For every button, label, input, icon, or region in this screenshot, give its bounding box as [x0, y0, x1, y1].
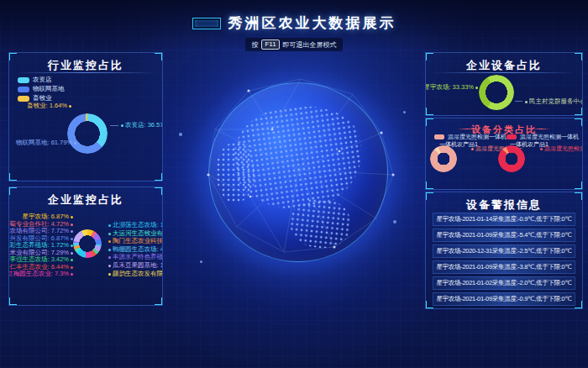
chart-label-text: 家庭农场有限公司: 7.72% — [8, 227, 69, 234]
panel-enterprise-monitor-ratio: 企业监控占比 星宇农场: 6.87% 彩丽葡萄专业合作社: 4.72% 家庭农场… — [8, 187, 163, 306]
leader-dot — [475, 87, 478, 89]
leader-dot — [71, 238, 73, 240]
panel-title: 设备警报信息 — [426, 197, 582, 213]
chart-callout: 温湿度光照检测一 — [538, 145, 583, 153]
chart-label: 陶门生态农业科技有限公 — [107, 238, 163, 244]
title-divider — [433, 72, 575, 73]
panel-title: 企业监控占比 — [9, 192, 162, 208]
alarm-row: 星宇农场-2021-01-14采集温度:-0.9℃,低于下限:0℃ — [433, 213, 575, 226]
category-donut-chart-right[interactable] — [498, 145, 525, 172]
hint-suffix: 即可退出全屏模式 — [283, 40, 337, 50]
chart-label-text: 瓜禾豆果园基地: 15.02% — [113, 261, 163, 269]
page-title: 秀洲区农业大数据展示 — [228, 13, 396, 33]
globe-network-mesh — [197, 71, 400, 274]
legend-label: 农资店 — [33, 76, 52, 84]
leader-dot — [108, 265, 111, 267]
leader-dot — [71, 266, 73, 269]
f11-keycap: F11 — [261, 39, 279, 50]
chart-label-text: 民主村党群服务中心 — [529, 97, 583, 105]
title-decoration — [458, 129, 476, 129]
panel-device-ratio: 企业设备占比 星宇农场: 33.33% 民主村党群服务中心 — [425, 52, 583, 116]
chart-label: 颜韵生态农发有限公司: 6.87 — [107, 271, 163, 277]
chart-label-text: 丰源水产特色养殖场: 1. — [113, 253, 163, 260]
background-dot — [403, 111, 406, 113]
chart-label-iot: 物联网基地: 61.79% — [16, 139, 78, 146]
enterprise-donut-chart[interactable] — [73, 229, 102, 258]
background-dot — [179, 133, 182, 136]
leader-dot — [71, 230, 73, 233]
legend-swatch — [434, 134, 444, 139]
title-decoration — [532, 129, 550, 129]
leader-dot — [108, 240, 111, 243]
chart-label: 丰源水产特色养殖场: 1. — [107, 254, 163, 260]
legend-item[interactable]: 农资店 — [18, 76, 52, 84]
chart-label: 北泖荡生态农场: 11.56% — [107, 222, 163, 229]
chart-label-text: 星宇农场: 33.33% — [425, 83, 474, 91]
fullscreen-hint: 按 F11 即可退出全屏模式 — [245, 38, 342, 51]
leader-dot — [121, 124, 123, 127]
chart-label-text: 大运河生态牧业有限责任公 — [113, 229, 163, 237]
legend-swatch — [18, 77, 29, 83]
leader-dot — [108, 224, 111, 227]
globe — [208, 82, 388, 262]
legend-swatch — [507, 134, 517, 139]
chart-label-store: 农资店: 36.57% — [119, 121, 163, 129]
chart-label: 李强生态农场: 3.42% — [10, 256, 75, 263]
legend-swatch — [18, 96, 29, 102]
chart-label-text: 红梅园生态农业: 7.3% — [8, 270, 69, 277]
alarm-row: 星宇农场-2021-01-02采集温度:-2.0℃,低于下限:0℃ — [433, 276, 575, 290]
chart-label-text: 陶门生态农业科技有限公 — [113, 237, 163, 244]
leader-dot — [71, 259, 73, 261]
leader-dot — [71, 223, 73, 226]
chart-label: 瓜禾豆果园基地: 15.02% — [107, 262, 163, 269]
chart-label: 民主村党群服务中心 — [523, 97, 583, 105]
leader-dot — [108, 233, 111, 235]
leader-dot — [71, 252, 73, 255]
category-donut-chart-left[interactable] — [430, 145, 457, 172]
device-donut-chart[interactable] — [479, 75, 514, 110]
leader-dot — [108, 249, 111, 251]
panel-industry-ratio: 行业监控占比 农资店 物联网基地 畜牧业 畜牧业: 1.64% 农资店: 36.… — [8, 52, 163, 181]
alarm-row: 星宇农场-2021-01-09采集温度:-5.4℃,低于下限:0℃ — [433, 229, 575, 242]
chart-label: 鸭棚园生态农场: 4.29 — [107, 246, 163, 253]
industry-donut-chart[interactable] — [67, 113, 108, 154]
chart-label: 大运河生态牧业有限责任公 — [107, 230, 163, 237]
header-logo — [192, 18, 221, 29]
panel-device-alarms: 设备警报信息 星宇农场-2021-01-14采集温度:-0.9℃,低于下限:0℃… — [425, 192, 583, 309]
hint-prefix: 按 — [251, 40, 258, 50]
chart-label: 七彩生态养殖场: 1.72% — [8, 242, 75, 249]
chart-label-text: 北泖荡生态农场: 11.56% — [113, 221, 163, 229]
chart-label-text: 颜韵生态农发有限公司: 6.87 — [113, 270, 163, 277]
leader-dot — [471, 148, 474, 150]
chart-label-text: 七彩生态养殖场: 1.72% — [8, 241, 69, 249]
title-divider — [16, 72, 155, 73]
alarm-row: 星宇农场-2021-01-09采集温度:-0.9℃,低于下限:0℃ — [433, 292, 575, 306]
header: 秀洲区农业大数据展示 按 F11 即可退出全屏模式 — [0, 0, 588, 50]
chart-label: 家庭农场有限公司: 7.72% — [8, 228, 75, 234]
chart-label: 星宇农场: 33.33% — [425, 83, 480, 91]
leader-dot — [74, 142, 76, 145]
panel-device-category-ratio: 设备分类占比 温湿度光照检测一体机 一体机农产品1 温湿度光照检测一 温湿度光照… — [425, 118, 583, 190]
chart-label: 红梅园生态农业: 7.3% — [8, 271, 75, 277]
leader-dot — [540, 148, 543, 150]
legend-item[interactable]: 物联网基地 — [18, 85, 65, 93]
leader-dot — [108, 256, 111, 259]
chart-label-text: 星宇农场: 6.87% — [23, 213, 69, 220]
panel-title: 企业设备占比 — [426, 58, 582, 73]
chart-label-text: 畜牧业: 1.64% — [27, 102, 67, 109]
legend-swatch — [18, 87, 29, 92]
chart-label-text: 农资店: 36.57% — [125, 121, 163, 129]
leader-dot — [71, 273, 73, 276]
leader-line — [515, 101, 522, 102]
leader-dot — [71, 216, 73, 218]
leader-line — [110, 125, 118, 126]
chart-label-livestock: 畜牧业: 1.64% — [27, 102, 73, 109]
chart-label-text: 李强生态农场: 3.42% — [10, 255, 69, 263]
chart-label-text: 物联网基地: 61.79% — [16, 139, 72, 146]
chart-label: 星宇农场: 6.87% — [23, 213, 75, 220]
dashboard-root: 秀洲区农业大数据展示 按 F11 即可退出全屏模式 行业监控占比 农资店 物联网… — [0, 0, 588, 368]
leader-dot — [108, 273, 111, 276]
leader-dot — [71, 244, 73, 247]
chart-label-text: 鸭棚园生态农场: 4.29 — [113, 245, 163, 253]
leader-dot — [69, 105, 71, 108]
